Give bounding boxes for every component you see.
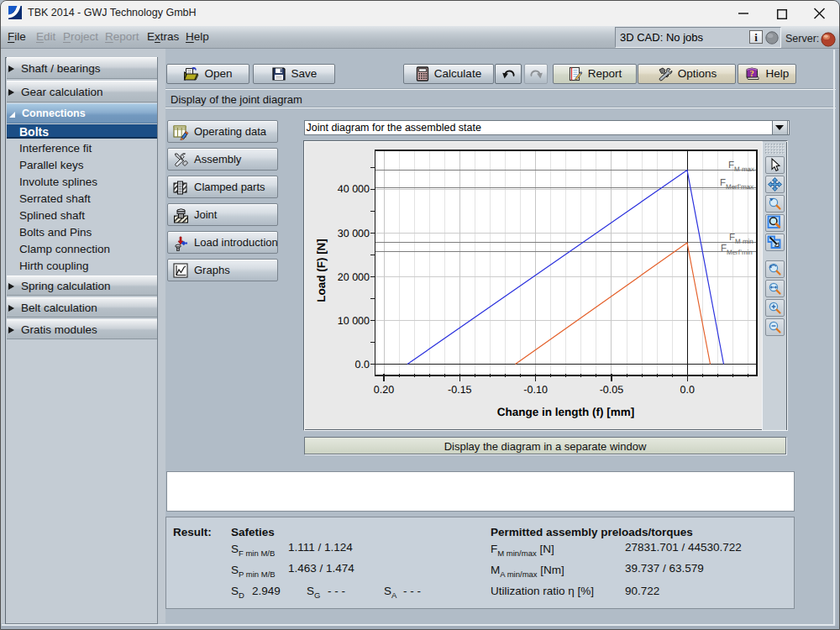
svg-text:F: F xyxy=(728,160,734,171)
svg-text:F: F xyxy=(720,178,726,188)
svg-text:40 000: 40 000 xyxy=(338,183,370,195)
svg-text:M max: M max xyxy=(734,165,754,173)
svg-text:F: F xyxy=(729,233,735,243)
svg-text:Merf’max: Merf’max xyxy=(726,183,753,191)
svg-text:M min: M min xyxy=(735,238,753,245)
svg-text:30 000: 30 000 xyxy=(338,228,370,239)
svg-text:-0.05: -0.05 xyxy=(600,384,624,396)
svg-text:Merf’min: Merf’min xyxy=(727,249,753,256)
svg-text:Load (F) [N]: Load (F) [N] xyxy=(315,239,328,302)
svg-text:0.0: 0.0 xyxy=(680,384,695,396)
svg-text:0.0: 0.0 xyxy=(355,359,370,370)
svg-text:10 000: 10 000 xyxy=(338,315,370,327)
svg-text:Change in length (f) [mm]: Change in length (f) [mm] xyxy=(497,406,634,418)
svg-text:-0.15: -0.15 xyxy=(448,384,472,396)
svg-text:F: F xyxy=(721,244,727,254)
svg-text:0.20: 0.20 xyxy=(374,384,394,396)
svg-text:20 000: 20 000 xyxy=(338,271,370,283)
svg-text:-0.10: -0.10 xyxy=(523,384,548,396)
svg-text:?: ? xyxy=(749,69,753,78)
